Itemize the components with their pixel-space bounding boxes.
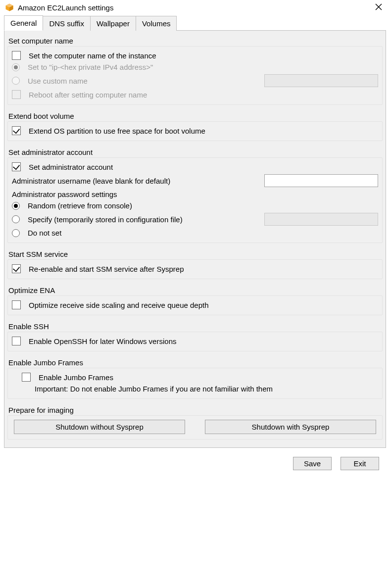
label-optimize-ena: Optimize receive side scaling and receiv… (29, 301, 209, 309)
group-title-jumbo: Enable Jumbo Frames (8, 358, 383, 367)
label-admin-username: Administrator username (leave blank for … (12, 177, 170, 185)
tab-row: General DNS suffix Wallpaper Volumes (4, 15, 386, 31)
group-title-computer-name: Set computer name (8, 37, 383, 45)
label-password-specify: Specify (temporarily stored in configura… (28, 215, 183, 224)
group-computer-name: Set computer name Set the computer name … (7, 37, 383, 105)
checkbox-extend-os-partition[interactable] (12, 126, 21, 135)
input-admin-username[interactable] (264, 174, 378, 187)
checkbox-optimize-ena[interactable] (12, 300, 21, 309)
close-button[interactable] (372, 3, 385, 12)
radio-use-custom-name (12, 77, 20, 85)
save-button[interactable]: Save (293, 457, 332, 470)
group-ena: Optimize ENA Optimize receive side scali… (7, 286, 383, 315)
label-set-to-ip: Set to "ip-<hex private IPv4 address>" (28, 63, 153, 71)
radio-set-to-ip (12, 63, 20, 71)
button-shutdown-with-sysprep[interactable]: Shutdown with Sysprep (205, 420, 376, 434)
tab-dns-suffix[interactable]: DNS suffix (43, 16, 91, 31)
checkbox-reboot-after-name (12, 90, 21, 99)
footer: Save Exit (4, 448, 386, 470)
radio-password-none[interactable] (12, 229, 20, 237)
input-custom-name (264, 74, 378, 87)
checkbox-enable-jumbo[interactable] (22, 373, 31, 382)
tab-content-general: Set computer name Set the computer name … (4, 30, 386, 448)
label-jumbo-note: Important: Do not enable Jumbo Frames if… (22, 385, 273, 393)
group-title-admin-account: Set administrator account (8, 148, 383, 156)
group-title-ssh: Enable SSH (8, 322, 383, 331)
close-icon (375, 3, 382, 10)
label-enable-ssh: Enable OpenSSH for later Windows version… (29, 337, 176, 345)
app-icon (5, 3, 14, 12)
label-use-custom-name: Use custom name (28, 77, 88, 85)
checkbox-ssm-reenable[interactable] (12, 264, 21, 273)
tab-general[interactable]: General (4, 15, 43, 31)
group-title-prepare: Prepare for imaging (8, 406, 383, 414)
group-title-ena: Optimize ENA (8, 286, 383, 294)
group-admin-account: Set administrator account Set administra… (7, 148, 383, 243)
input-password-specify (264, 213, 378, 226)
titlebar: Amazon EC2Launch settings (0, 0, 390, 15)
tab-volumes[interactable]: Volumes (136, 16, 177, 31)
group-title-ssm: Start SSM service (8, 250, 383, 258)
label-reboot-after-name: Reboot after setting computer name (29, 91, 147, 99)
label-enable-jumbo: Enable Jumbo Frames (39, 373, 113, 382)
label-extend-os-partition: Extend OS partition to use free space fo… (29, 127, 205, 135)
label-set-admin-account: Set administrator account (29, 163, 113, 171)
group-title-extend-boot: Extend boot volume (8, 112, 383, 120)
checkbox-set-admin-account[interactable] (12, 162, 21, 171)
radio-password-specify[interactable] (12, 215, 20, 223)
checkbox-enable-ssh[interactable] (12, 337, 21, 345)
label-ssm-reenable: Re-enable and start SSM service after Sy… (29, 265, 184, 273)
group-extend-boot: Extend boot volume Extend OS partition t… (7, 112, 383, 141)
radio-password-random[interactable] (12, 202, 20, 210)
exit-button[interactable]: Exit (341, 457, 379, 470)
tab-wallpaper[interactable]: Wallpaper (90, 16, 136, 31)
button-shutdown-without-sysprep[interactable]: Shutdown without Sysprep (14, 420, 185, 434)
checkbox-set-computer-name[interactable] (12, 51, 21, 60)
group-ssm: Start SSM service Re-enable and start SS… (7, 250, 383, 279)
label-password-random: Random (retrieve from console) (28, 201, 132, 210)
group-jumbo: Enable Jumbo Frames Enable Jumbo Frames … (7, 358, 383, 399)
group-ssh: Enable SSH Enable OpenSSH for later Wind… (7, 322, 383, 351)
label-admin-password-settings: Administrator password settings (12, 190, 117, 198)
label-password-none: Do not set (28, 229, 61, 237)
window-title: Amazon EC2Launch settings (18, 3, 368, 12)
label-set-computer-name: Set the computer name of the instance (29, 51, 156, 60)
group-prepare: Prepare for imaging Shutdown without Sys… (7, 406, 383, 440)
